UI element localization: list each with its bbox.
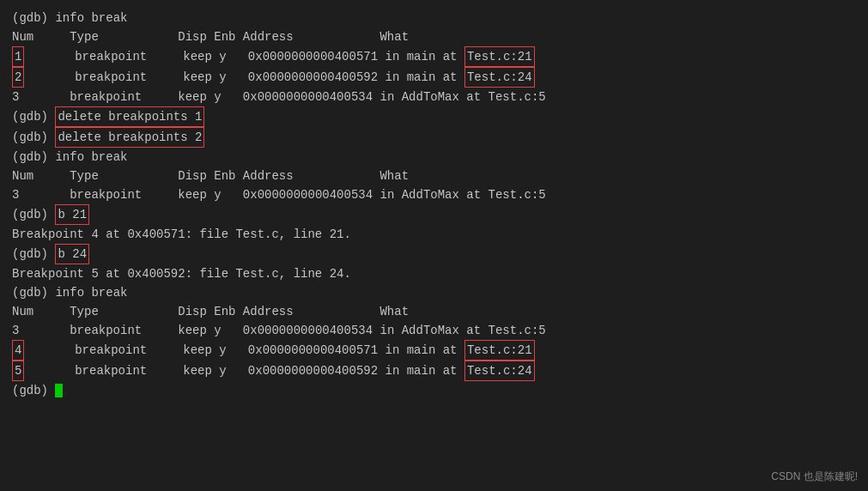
watermark: CSDN 也是陈建昵! [771, 470, 858, 484]
terminal-line: Breakpoint 5 at 0x400592: file Test.c, l… [12, 264, 856, 283]
bp-location: Test.c:21 [464, 340, 535, 361]
output-text: Breakpoint 4 at 0x400571: file Test.c, l… [12, 225, 351, 244]
gdb-command: b 24 [55, 244, 89, 264]
gdb-prompt: (gdb) [12, 381, 55, 400]
terminal-line: 3 breakpoint keep y 0x0000000000400534 i… [12, 185, 856, 204]
terminal-line: 5 breakpoint keep y 0x0000000000400592 i… [12, 361, 856, 381]
terminal-line: (gdb) info break [12, 148, 856, 167]
bp-location: Test.c:21 [464, 46, 535, 67]
gdb-command: delete breakpoints 2 [55, 127, 204, 148]
bp-number: 5 [12, 361, 24, 381]
gdb-prompt: (gdb) [12, 148, 55, 167]
terminal-line: (gdb) info break [12, 283, 856, 302]
bp-location: Test.c:5 [489, 321, 546, 340]
bp-number: 3 [12, 185, 19, 204]
terminal-line: 4 breakpoint keep y 0x0000000000400571 i… [12, 340, 856, 361]
terminal-line: 1 breakpoint keep y 0x0000000000400571 i… [12, 46, 856, 67]
bp-location: Test.c:5 [489, 185, 546, 204]
gdb-command-plain: info break [55, 148, 127, 167]
terminal-line: Num Type Disp Enb Address What [12, 27, 856, 46]
terminal: (gdb) info breakNum Type Disp Enb Addres… [0, 0, 868, 491]
terminal-line: 2 breakpoint keep y 0x0000000000400592 i… [12, 67, 856, 88]
bp-number: 3 [12, 321, 19, 340]
terminal-line: (gdb) delete breakpoints 2 [12, 127, 856, 148]
terminal-line: 3 breakpoint keep y 0x0000000000400534 i… [12, 88, 856, 106]
terminal-line: Num Type Disp Enb Address What [12, 167, 856, 185]
table-header: Num Type Disp Enb Address What [12, 27, 409, 46]
gdb-command: delete breakpoints 1 [55, 106, 204, 127]
bp-number: 2 [12, 67, 24, 88]
gdb-prompt: (gdb) [12, 128, 55, 147]
gdb-prompt: (gdb) [12, 283, 55, 302]
gdb-prompt: (gdb) [12, 245, 55, 264]
bp-location: Test.c:24 [464, 67, 535, 88]
terminal-line: (gdb) b 21 [12, 204, 856, 225]
terminal-line: Breakpoint 4 at 0x400571: file Test.c, l… [12, 225, 856, 244]
bp-location: Test.c:24 [464, 361, 535, 381]
bp-number: 4 [12, 340, 24, 361]
bp-number: 1 [12, 46, 24, 67]
cursor [55, 384, 63, 397]
gdb-prompt: (gdb) [12, 205, 55, 224]
terminal-line: (gdb) b 24 [12, 244, 856, 264]
gdb-command: b 21 [55, 204, 89, 225]
terminal-line: (gdb) info break [12, 9, 856, 27]
table-header: Num Type Disp Enb Address What [12, 167, 409, 185]
gdb-command-plain: info break [55, 9, 127, 27]
terminal-line: 3 breakpoint keep y 0x0000000000400534 i… [12, 321, 856, 340]
output-text: Breakpoint 5 at 0x400592: file Test.c, l… [12, 264, 351, 283]
gdb-prompt: (gdb) [12, 9, 55, 27]
bp-location: Test.c:5 [489, 88, 546, 106]
table-header: Num Type Disp Enb Address What [12, 302, 409, 321]
bp-number: 3 [12, 88, 19, 106]
gdb-command-plain: info break [55, 283, 127, 302]
terminal-line: Num Type Disp Enb Address What [12, 302, 856, 321]
gdb-prompt: (gdb) [12, 107, 55, 126]
terminal-line: (gdb) delete breakpoints 1 [12, 106, 856, 127]
terminal-line: (gdb) [12, 381, 856, 400]
